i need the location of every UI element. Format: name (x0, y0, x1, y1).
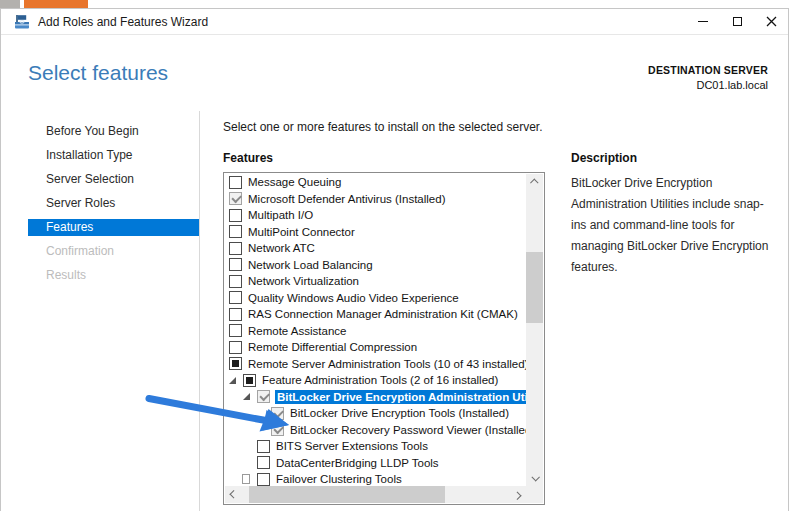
tree-expander-expanded-icon[interactable] (243, 393, 257, 400)
feature-checkbox-unchecked[interactable] (229, 225, 242, 238)
feature-tree-row[interactable]: RAS Connection Manager Administration Ki… (225, 306, 526, 323)
feature-label[interactable]: Network Load Balancing (247, 258, 526, 272)
triangle-glyph (229, 377, 236, 384)
feature-tree-row[interactable]: Network Load Balancing (225, 257, 526, 274)
caption-buttons (686, 9, 788, 34)
feature-tree-row[interactable]: Microsoft Defender Antivirus (Installed) (225, 191, 526, 208)
feature-checkbox-unchecked[interactable] (229, 176, 242, 189)
feature-label[interactable]: RAS Connection Manager Administration Ki… (247, 307, 526, 321)
feature-checkbox-checked[interactable] (271, 423, 284, 436)
feature-label[interactable]: Remote Differential Compression (247, 340, 526, 354)
feature-checkbox-unchecked[interactable] (229, 275, 242, 288)
screenshot-root: Add Roles and Features Wizard Select fea… (0, 0, 789, 511)
sidebar-item-server-selection[interactable]: Server Selection (28, 171, 199, 188)
tree-expander-expanded-icon[interactable] (229, 377, 243, 384)
scrollbar-corner (526, 486, 543, 503)
sidebar-item-before-you-begin[interactable]: Before You Begin (28, 123, 199, 140)
scroll-left-button[interactable] (225, 486, 241, 503)
sidebar-item-installation-type[interactable]: Installation Type (28, 147, 199, 164)
feature-tree-row[interactable]: BitLocker Drive Encryption Administratio… (225, 389, 526, 406)
feature-label[interactable]: DataCenterBridging LLDP Tools (275, 456, 526, 470)
feature-label[interactable]: BitLocker Recovery Password Viewer (Inst… (289, 423, 526, 437)
feature-label[interactable]: Feature Administration Tools (2 of 16 in… (261, 373, 526, 387)
feature-tree-row[interactable]: Multipath I/O (225, 207, 526, 224)
feature-checkbox-unchecked[interactable] (229, 209, 242, 222)
title-bar: Add Roles and Features Wizard (1, 9, 788, 35)
minimize-icon (698, 21, 708, 23)
wizard-header: Select features DESTINATION SERVER DC01.… (1, 35, 788, 111)
feature-label[interactable]: Remote Server Administration Tools (10 o… (247, 357, 526, 371)
minimize-button[interactable] (686, 9, 720, 34)
feature-label[interactable]: Microsoft Defender Antivirus (Installed) (247, 192, 526, 206)
maximize-icon (733, 17, 742, 26)
features-tree-rows: Message QueuingMicrosoft Defender Antivi… (225, 174, 526, 486)
scroll-right-button[interactable] (510, 486, 526, 503)
feature-checkbox-unchecked[interactable] (229, 291, 242, 304)
feature-tree-row[interactable]: BitLocker Recovery Password Viewer (Inst… (225, 422, 526, 439)
sidebar-item-results: Results (28, 267, 199, 284)
triangle-glyph (243, 393, 250, 400)
feature-tree-row[interactable]: Remote Differential Compression (225, 339, 526, 356)
page-title: Select features (28, 61, 168, 85)
feature-checkbox-unchecked[interactable] (229, 258, 242, 271)
feature-tree-row[interactable]: Message Queuing (225, 174, 526, 191)
wizard-toolbox-icon (14, 14, 30, 30)
maximize-button[interactable] (720, 9, 754, 34)
feature-checkbox-checked[interactable] (257, 390, 270, 403)
feature-label[interactable]: BITS Server Extensions Tools (275, 439, 526, 453)
feature-tree-row[interactable]: BITS Server Extensions Tools (225, 438, 526, 455)
add-roles-features-wizard-window: Add Roles and Features Wizard Select fea… (0, 8, 789, 511)
feature-label[interactable]: MultiPoint Connector (247, 225, 526, 239)
feature-checkbox-unchecked[interactable] (257, 440, 270, 453)
features-tree-listbox[interactable]: Message QueuingMicrosoft Defender Antivi… (223, 172, 545, 505)
feature-checkbox-checked[interactable] (271, 407, 284, 420)
destination-server-label: DESTINATION SERVER (648, 64, 768, 76)
feature-checkbox-indeterminate[interactable] (243, 374, 256, 387)
feature-label[interactable]: Message Queuing (247, 175, 526, 189)
feature-checkbox-indeterminate[interactable] (229, 357, 242, 370)
feature-tree-row[interactable]: Failover Clustering Tools (225, 471, 526, 486)
vertical-scrollbar-thumb[interactable] (526, 252, 543, 323)
feature-tree-row[interactable]: BitLocker Drive Encryption Tools (Instal… (225, 405, 526, 422)
feature-tree-row[interactable]: Network ATC (225, 240, 526, 257)
feature-checkbox-unchecked[interactable] (229, 324, 242, 337)
feature-label[interactable]: Network Virtualization (247, 274, 526, 288)
feature-label-selected[interactable]: BitLocker Drive Encryption Administratio… (275, 390, 526, 404)
sidebar-item-server-roles[interactable]: Server Roles (28, 195, 199, 212)
scroll-down-button[interactable] (526, 470, 543, 486)
close-button[interactable] (754, 9, 788, 34)
feature-label[interactable]: Failover Clustering Tools (275, 472, 526, 486)
tree-expander-collapsed-icon[interactable] (243, 475, 257, 483)
background-window-strip-gray (0, 0, 20, 8)
feature-tree-row[interactable]: Network Virtualization (225, 273, 526, 290)
horizontal-scrollbar-thumb[interactable] (249, 486, 445, 503)
feature-label[interactable]: Remote Assistance (247, 324, 526, 338)
instruction-text: Select one or more features to install o… (223, 120, 543, 134)
feature-tree-row[interactable]: Remote Assistance (225, 323, 526, 340)
feature-label[interactable]: Network ATC (247, 241, 526, 255)
sidebar-item-features[interactable]: Features (28, 219, 199, 236)
destination-server-name: DC01.lab.local (648, 79, 768, 91)
scroll-up-button[interactable] (526, 174, 543, 190)
feature-tree-row[interactable]: Remote Server Administration Tools (10 o… (225, 356, 526, 373)
feature-label[interactable]: BitLocker Drive Encryption Tools (Instal… (289, 406, 526, 420)
feature-label[interactable]: Multipath I/O (247, 208, 526, 222)
feature-tree-row[interactable]: MultiPoint Connector (225, 224, 526, 241)
feature-checkbox-unchecked[interactable] (257, 456, 270, 469)
feature-checkbox-unchecked[interactable] (257, 473, 270, 486)
feature-tree-row[interactable]: Quality Windows Audio Video Experience (225, 290, 526, 307)
horizontal-scrollbar[interactable] (225, 486, 526, 503)
destination-server-block: DESTINATION SERVER DC01.lab.local (648, 64, 768, 91)
feature-checkbox-unchecked[interactable] (229, 308, 242, 321)
feature-checkbox-checked[interactable] (229, 192, 242, 205)
chevron-right-icon (513, 491, 521, 499)
sidebar-item-confirmation: Confirmation (28, 243, 199, 260)
triangle-glyph (243, 475, 249, 483)
features-step-content: Select one or more features to install o… (201, 111, 788, 511)
feature-checkbox-unchecked[interactable] (229, 242, 242, 255)
feature-label[interactable]: Quality Windows Audio Video Experience (247, 291, 526, 305)
feature-checkbox-unchecked[interactable] (229, 341, 242, 354)
vertical-scrollbar[interactable] (526, 174, 543, 486)
feature-tree-row[interactable]: Feature Administration Tools (2 of 16 in… (225, 372, 526, 389)
feature-tree-row[interactable]: DataCenterBridging LLDP Tools (225, 455, 526, 472)
